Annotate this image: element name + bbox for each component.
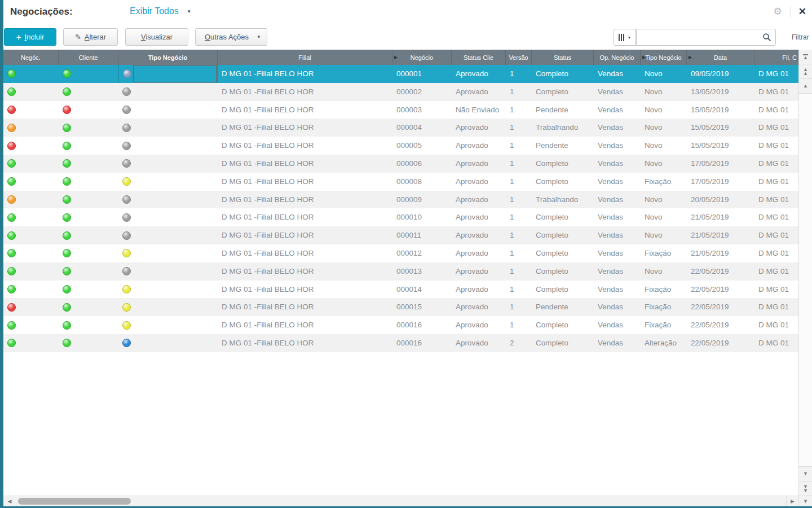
cell-data: 22/05/2019 <box>687 298 754 316</box>
cell-status: Pendente <box>532 137 594 155</box>
page-up-button[interactable]: ▲ ▲ <box>799 64 812 79</box>
table-row[interactable]: D MG 01 -Filial BELO HOR000002Aprovado1C… <box>3 83 798 101</box>
cell-versao: 1 <box>506 298 532 316</box>
status-dot-green <box>63 303 71 312</box>
column-header-tipo_negocio[interactable]: ▶Tipo Negócio <box>641 50 687 65</box>
vertical-scrollbar[interactable]: ▲ ▲ ▲ ▲ ▼ ▼ ▼ <box>798 50 812 496</box>
status-dot-blue <box>122 339 131 347</box>
cell-cliente <box>59 298 118 316</box>
column-header-fil_c[interactable]: Fil. C <box>754 50 798 65</box>
table-row[interactable]: D MG 01 -Filial BELO HOR000013Aprovado1C… <box>3 262 798 281</box>
status-dot-green <box>63 285 71 294</box>
close-icon[interactable]: ✕ <box>798 6 806 17</box>
cell-versao: 1 <box>506 226 532 244</box>
outras-acoes-button[interactable]: Outras Ações ▼ <box>195 28 267 46</box>
chevron-down-icon: ▼ <box>628 36 632 40</box>
cell-status: Completo <box>532 244 594 262</box>
incluir-button[interactable]: + Incluir <box>4 28 56 46</box>
sort-icon: ▶ <box>642 55 646 60</box>
column-header-status[interactable]: Status <box>532 50 594 65</box>
cell-negocio: 000013 <box>392 262 452 281</box>
cell-data: 15/05/2019 <box>687 101 754 119</box>
alterar-button[interactable]: ✎ Alterar <box>63 28 118 46</box>
table-row[interactable]: D MG 01 -Filial BELO HOR000010Aprovado1C… <box>3 208 798 226</box>
column-header-filial[interactable]: Filial <box>218 50 392 65</box>
window-edge-left <box>0 0 3 508</box>
toolbar: + Incluir ✎ Alterar Visualizar Outras Aç… <box>3 25 812 50</box>
column-header-tipo[interactable]: Tipo Negócio <box>118 50 218 65</box>
table-row[interactable]: D MG 01 -Filial BELO HOR000016Aprovado1C… <box>3 316 798 334</box>
cell-tipo <box>118 334 218 352</box>
cell-fil_c: D MG 01 <box>754 137 798 155</box>
cell-status: Completo <box>532 281 594 299</box>
column-header-label: Data <box>714 54 727 61</box>
column-header-negocio[interactable]: ▶Negócio <box>392 50 452 65</box>
column-header-cliente[interactable]: Cliente <box>59 50 118 65</box>
table-row[interactable]: D MG 01 -Filial BELO HOR000006Aprovado1C… <box>3 155 798 173</box>
cell-fil_c: D MG 01 <box>754 334 798 352</box>
column-picker-button[interactable]: ▼ <box>614 29 636 46</box>
cell-negoc <box>3 334 59 352</box>
column-header-negoc[interactable]: Negóc. <box>3 50 59 65</box>
cell-tipo <box>118 65 218 83</box>
column-header-versao[interactable]: Versão <box>506 50 532 65</box>
cell-negocio: 000011 <box>392 226 452 244</box>
cell-fil_c: D MG 01 <box>754 83 798 101</box>
column-header-data[interactable]: ▶Data <box>687 50 754 65</box>
cell-filial: D MG 01 -Filial BELO HOR <box>218 226 392 244</box>
table-row[interactable]: D MG 01 -Filial BELO HOR000014Aprovado1C… <box>3 281 798 299</box>
table-row[interactable]: D MG 01 -Filial BELO HOR000011Aprovado1C… <box>3 226 798 244</box>
cell-cliente <box>59 83 118 101</box>
table-row[interactable]: D MG 01 -Filial BELO HOR000005Aprovado1P… <box>3 137 798 155</box>
cell-versao: 1 <box>506 173 532 191</box>
scroll-up-button[interactable]: ▲ <box>799 79 812 94</box>
scroll-right-button[interactable]: ▶ <box>786 496 798 506</box>
table-row[interactable]: D MG 01 -Filial BELO HOR000008Aprovado1C… <box>3 173 798 191</box>
visualizar-button[interactable]: Visualizar <box>125 28 188 46</box>
cell-versao: 1 <box>506 191 532 209</box>
status-dot-green <box>63 142 71 150</box>
table-row[interactable]: D MG 01 -Filial BELO HOR000003Não Enviad… <box>3 101 798 119</box>
cell-op_negocio: Vendas <box>594 155 641 173</box>
cell-tipo_negocio: Fixação <box>641 281 687 299</box>
cell-cliente <box>59 208 118 226</box>
column-header-label: Fil. C <box>782 54 797 61</box>
scroll-to-top-button[interactable]: ▲ <box>799 50 812 64</box>
cell-data: 15/05/2019 <box>687 137 754 155</box>
table-row[interactable]: D MG 01 -Filial BELO HOR000012Aprovado1C… <box>3 244 798 262</box>
cell-tipo_negocio: Novo <box>641 208 687 226</box>
table-row[interactable]: D MG 01 -Filial BELO HOR000015Aprovado1P… <box>3 298 798 316</box>
cell-fil_c: D MG 01 <box>754 244 798 262</box>
view-filter-dropdown[interactable]: Exibir Todos ▼ <box>130 6 191 16</box>
table-row[interactable]: D MG 01 -Filial BELO HOR000009Aprovado1T… <box>3 191 798 209</box>
horizontal-scroll-thumb[interactable] <box>18 498 131 505</box>
cell-status: Trabalhando <box>532 119 594 137</box>
scroll-to-end-button[interactable]: ▼ <box>798 496 812 506</box>
column-header-status_clie[interactable]: Status Clie <box>452 50 506 65</box>
cell-status_clie: Aprovado <box>452 173 506 191</box>
page-down-button[interactable]: ▼ ▼ <box>799 481 812 496</box>
table-row[interactable]: D MG 01 -Filial BELO HOR000004Aprovado1T… <box>3 119 798 137</box>
scroll-left-button[interactable]: ◀ <box>3 496 16 506</box>
search-icon[interactable] <box>762 33 771 42</box>
table-row[interactable]: D MG 01 -Filial BELO HOR000001Aprovado1C… <box>3 65 798 83</box>
cell-versao: 1 <box>506 208 532 226</box>
table-row[interactable]: D MG 01 -Filial BELO HOR000016Aprovado2C… <box>3 334 798 352</box>
status-dot-red <box>63 106 71 114</box>
search-input[interactable] <box>636 29 776 46</box>
cell-versao: 1 <box>506 155 532 173</box>
vertical-scroll-track[interactable] <box>799 94 812 466</box>
cell-versao: 1 <box>506 316 532 334</box>
negotiations-grid: Negóc.ClienteTipo NegócioFilial▶NegócioS… <box>3 50 798 496</box>
scroll-up-icon: ▲ <box>803 56 808 60</box>
cell-op_negocio: Vendas <box>594 83 641 101</box>
cell-tipo <box>118 191 218 209</box>
cell-status: Completo <box>532 226 594 244</box>
scroll-down-button[interactable]: ▼ <box>799 466 812 481</box>
cell-status_clie: Aprovado <box>452 244 506 262</box>
column-header-label: Op. Negócio <box>599 54 634 61</box>
column-header-op_negocio[interactable]: Op. Negócio <box>594 50 641 65</box>
horizontal-scrollbar[interactable]: ◀ ▶ <box>3 496 798 506</box>
gear-icon[interactable]: ⚙ <box>774 6 782 17</box>
cell-status_clie: Aprovado <box>452 298 506 316</box>
